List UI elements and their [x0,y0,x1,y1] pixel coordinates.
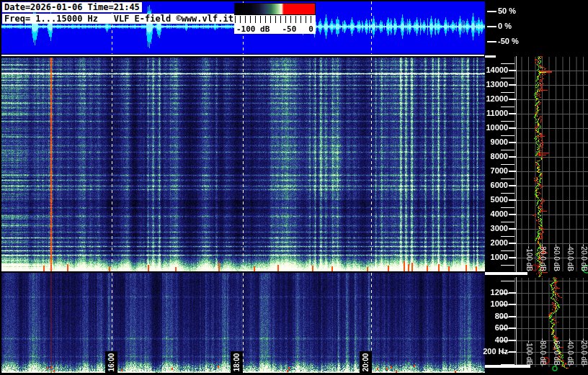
main-freq-tick-label: 13000 [486,80,508,89]
low-freq-tick-label: 600 [495,323,508,333]
main-freq-tick-label: 8000 [491,152,508,161]
date-time-readout: Date=2026-01-06 Time=21:45 [2,2,142,12]
freq-range-title: Freq= 1...15000 Hz VLF E-field ©www.vlf.… [2,14,236,24]
db-tick-label: -60.0 dB [551,244,561,271]
separator-line [1,55,484,56]
main-freq-tick-label: 14000 [486,65,508,75]
main-freq-tick-label: 3000 [491,224,508,233]
color-scale-max-label: 0 [308,24,313,34]
main-spectrogram-canvas [1,58,485,271]
db-tick-label: -20.0 dB [578,244,588,271]
main-freq-tick-label: 11000 [486,109,508,118]
low-freq-tick-label: 200 Hz [483,347,508,356]
low-freq-tick-label: 1000 [491,299,508,309]
low-band-spectrogram-canvas [1,273,485,373]
db-tick-label: -100 dB [523,246,533,271]
time-tick-label: 16:00 [105,351,117,373]
color-scale-labels: -100 dB -50 0 [234,24,316,34]
main-freq-tick-label: 5000 [491,195,508,204]
db-tick-label: -20.0 dB [578,338,588,366]
amplitude-tick-label: 0 % [498,22,512,30]
main-freq-tick-label: 12000 [486,94,508,104]
vlf-monitor-screen: Date=2026-01-06 Time=21:45 Freq= 1...150… [0,0,588,375]
low-freq-tick-label: 400 [495,335,508,345]
main-freq-tick-label: 4000 [491,209,508,219]
main-freq-tick-label: 6000 [491,181,508,190]
db-tick-label: -100 dB [523,340,533,366]
low-freq-tick-label: 800 [495,312,508,321]
main-freq-tick-label: 1000 [491,253,508,262]
main-freq-tick-label: 10000 [486,123,508,132]
amplitude-tick-label: 50 % [498,6,516,15]
main-freq-tick-label: 7000 [491,166,508,176]
db-tick-label: -80.0 dB [537,338,547,366]
color-scale-mid-label: -50 [282,24,296,34]
main-freq-tick-label: 9000 [491,137,508,147]
low-freq-tick-label: 1200 [491,288,508,297]
color-scale-legend: -100 dB -50 0 [234,3,316,34]
db-tick-label: -40.0 dB [564,244,574,271]
color-scale-ticks [234,15,316,24]
db-tick-label: -80.0 dB [537,244,547,271]
time-tick-label: 18:00 [231,351,243,373]
db-tick-label: -40.0 dB [564,338,574,366]
db-tick-label: -60.0 dB [551,338,561,366]
color-scale-min-label: -100 dB [236,24,270,34]
time-tick-label: 20:00 [360,351,372,373]
amplitude-tick-label: -50 % [498,37,519,45]
color-scale-gradient [234,3,316,15]
main-freq-tick-label: 2000 [491,238,508,248]
